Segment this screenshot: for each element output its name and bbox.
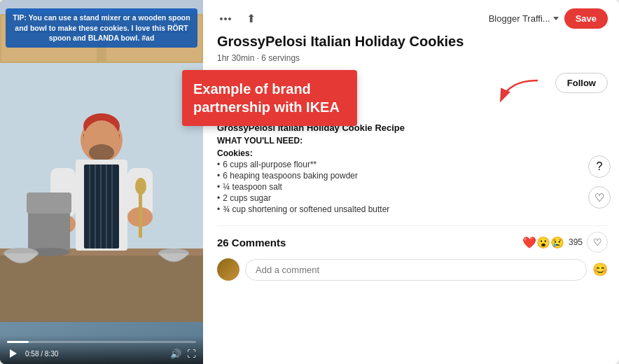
ingredient-item: ¼ teaspoon salt [217,182,608,192]
comments-row: 26 Comments ❤️ 😮 😢 395 ♡ [217,225,608,253]
svg-rect-7 [0,252,203,322]
progress-bar[interactable] [7,341,196,343]
like-button[interactable]: ♡ [587,232,608,253]
progress-fill [7,341,29,343]
wow-emoji: 😮 [536,236,550,249]
need-label: WHAT YOU'LL NEED: [217,136,608,146]
tip-text: TIP: You can use a stand mixer or a wood… [13,13,190,42]
fullscreen-icon[interactable]: ⛶ [187,349,196,359]
ingredient-item: 6 heaping teaspoons baking powder [217,171,608,181]
brand-annotation: Example of brand partnership with IKEA [182,70,357,126]
details-header: ⬆ Blogger Traffi... Save [217,8,608,29]
svg-point-26 [135,178,146,195]
svg-point-13 [89,144,114,161]
emoji-group: ❤️ 😮 😢 [522,236,564,249]
recipe-title: GrossyPelosi Italian Holiday Cookies [217,33,608,50]
svg-rect-28 [27,192,71,214]
question-icon: ? [597,160,603,173]
video-panel: TIP: You can use a stand mixer or a wood… [0,0,203,364]
reaction-count: 395 [569,237,583,247]
chevron-down-icon [553,17,559,20]
floating-buttons: ? ♡ [588,155,613,209]
video-controls: 0:58 / 8:30 🔊 ⛶ [0,335,203,364]
comments-label: 26 Comments [217,237,286,248]
commenter-avatar [217,258,239,281]
comment-input[interactable] [245,259,587,281]
sad-emoji: 😢 [550,236,564,249]
play-icon [10,349,17,358]
tip-overlay: TIP: You can use a stand mixer or a wood… [6,8,197,48]
volume-icon[interactable]: 🔊 [170,349,181,359]
reactions-row: ❤️ 😮 😢 395 ♡ [522,232,608,253]
save-button[interactable]: Save [564,8,608,29]
ingredient-list: 6 cups all-purpose flour** 6 heaping tea… [217,160,608,216]
save-heart-button[interactable]: ♡ [588,186,611,209]
comment-input-row: 😊 [217,258,608,281]
emoji-picker-button[interactable]: 😊 [592,262,608,277]
ingredient-item: 2 cups sugar [217,193,608,203]
heart-emoji: ❤️ [522,236,536,249]
category-label: Cookies: [217,148,608,158]
details-panel: ⬆ Blogger Traffi... Save GrossyPelosi It… [203,0,619,364]
ingredient-item: ¾ cup shortening or softened unsalted bu… [217,204,608,214]
help-button[interactable]: ? [588,155,611,178]
play-button[interactable] [7,347,20,360]
svg-rect-25 [139,189,142,238]
follow-button[interactable]: Follow [555,73,608,93]
recipe-meta: 1hr 30min · 6 servings [217,53,608,63]
time-display: 0:58 / 8:30 [25,350,58,358]
heart-icon: ♡ [594,191,604,204]
more-options-button[interactable] [217,15,234,23]
app-container: TIP: You can use a stand mixer or a wood… [0,0,619,364]
red-arrow [489,77,545,115]
video-scene [0,0,203,322]
blogger-dropdown[interactable]: Blogger Traffi... [489,13,559,24]
annotation-text: Example of brand partnership with IKEA [193,81,340,115]
ingredient-item: 6 cups all-purpose flour** [217,160,608,169]
blogger-label: Blogger Traffi... [489,13,550,24]
share-button[interactable]: ⬆ [241,9,260,29]
